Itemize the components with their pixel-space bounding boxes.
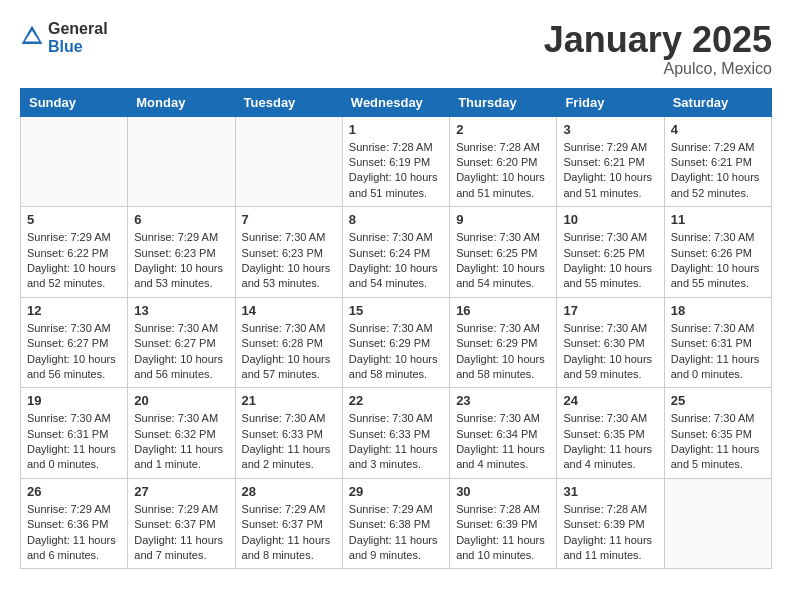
- calendar-cell: 3Sunrise: 7:29 AMSunset: 6:21 PMDaylight…: [557, 116, 664, 207]
- logo-general-text: General: [48, 20, 108, 38]
- day-number: 24: [563, 393, 657, 408]
- day-number: 17: [563, 303, 657, 318]
- day-number: 11: [671, 212, 765, 227]
- day-info: Sunrise: 7:30 AMSunset: 6:34 PMDaylight:…: [456, 411, 550, 473]
- header-thursday: Thursday: [450, 88, 557, 116]
- header-saturday: Saturday: [664, 88, 771, 116]
- calendar-cell: 5Sunrise: 7:29 AMSunset: 6:22 PMDaylight…: [21, 207, 128, 298]
- week-row-1: 1Sunrise: 7:28 AMSunset: 6:19 PMDaylight…: [21, 116, 772, 207]
- calendar-cell: 19Sunrise: 7:30 AMSunset: 6:31 PMDayligh…: [21, 388, 128, 479]
- day-number: 14: [242, 303, 336, 318]
- calendar-cell: 12Sunrise: 7:30 AMSunset: 6:27 PMDayligh…: [21, 297, 128, 388]
- day-number: 30: [456, 484, 550, 499]
- day-info: Sunrise: 7:28 AMSunset: 6:20 PMDaylight:…: [456, 140, 550, 202]
- calendar-cell: 21Sunrise: 7:30 AMSunset: 6:33 PMDayligh…: [235, 388, 342, 479]
- day-info: Sunrise: 7:29 AMSunset: 6:36 PMDaylight:…: [27, 502, 121, 564]
- day-info: Sunrise: 7:30 AMSunset: 6:32 PMDaylight:…: [134, 411, 228, 473]
- calendar-cell: 27Sunrise: 7:29 AMSunset: 6:37 PMDayligh…: [128, 478, 235, 569]
- calendar-cell: 4Sunrise: 7:29 AMSunset: 6:21 PMDaylight…: [664, 116, 771, 207]
- day-info: Sunrise: 7:30 AMSunset: 6:33 PMDaylight:…: [242, 411, 336, 473]
- week-row-2: 5Sunrise: 7:29 AMSunset: 6:22 PMDaylight…: [21, 207, 772, 298]
- day-info: Sunrise: 7:30 AMSunset: 6:28 PMDaylight:…: [242, 321, 336, 383]
- day-info: Sunrise: 7:28 AMSunset: 6:39 PMDaylight:…: [563, 502, 657, 564]
- day-number: 18: [671, 303, 765, 318]
- day-number: 28: [242, 484, 336, 499]
- day-info: Sunrise: 7:29 AMSunset: 6:23 PMDaylight:…: [134, 230, 228, 292]
- calendar-cell: 31Sunrise: 7:28 AMSunset: 6:39 PMDayligh…: [557, 478, 664, 569]
- day-number: 31: [563, 484, 657, 499]
- day-info: Sunrise: 7:28 AMSunset: 6:19 PMDaylight:…: [349, 140, 443, 202]
- day-number: 25: [671, 393, 765, 408]
- day-number: 13: [134, 303, 228, 318]
- logo: General Blue: [20, 20, 108, 55]
- day-info: Sunrise: 7:30 AMSunset: 6:27 PMDaylight:…: [134, 321, 228, 383]
- day-number: 4: [671, 122, 765, 137]
- day-info: Sunrise: 7:30 AMSunset: 6:35 PMDaylight:…: [671, 411, 765, 473]
- day-info: Sunrise: 7:29 AMSunset: 6:38 PMDaylight:…: [349, 502, 443, 564]
- calendar-cell: 7Sunrise: 7:30 AMSunset: 6:23 PMDaylight…: [235, 207, 342, 298]
- calendar-cell: 13Sunrise: 7:30 AMSunset: 6:27 PMDayligh…: [128, 297, 235, 388]
- header-sunday: Sunday: [21, 88, 128, 116]
- calendar-cell: [128, 116, 235, 207]
- day-info: Sunrise: 7:30 AMSunset: 6:33 PMDaylight:…: [349, 411, 443, 473]
- calendar-cell: 2Sunrise: 7:28 AMSunset: 6:20 PMDaylight…: [450, 116, 557, 207]
- day-info: Sunrise: 7:29 AMSunset: 6:37 PMDaylight:…: [134, 502, 228, 564]
- calendar-cell: [664, 478, 771, 569]
- calendar-title: January 2025: [544, 20, 772, 60]
- day-number: 20: [134, 393, 228, 408]
- header-wednesday: Wednesday: [342, 88, 449, 116]
- calendar-cell: 28Sunrise: 7:29 AMSunset: 6:37 PMDayligh…: [235, 478, 342, 569]
- day-info: Sunrise: 7:30 AMSunset: 6:24 PMDaylight:…: [349, 230, 443, 292]
- week-row-4: 19Sunrise: 7:30 AMSunset: 6:31 PMDayligh…: [21, 388, 772, 479]
- logo-icon: [20, 24, 44, 48]
- calendar-cell: 11Sunrise: 7:30 AMSunset: 6:26 PMDayligh…: [664, 207, 771, 298]
- day-number: 22: [349, 393, 443, 408]
- day-number: 6: [134, 212, 228, 227]
- calendar-cell: 15Sunrise: 7:30 AMSunset: 6:29 PMDayligh…: [342, 297, 449, 388]
- day-number: 10: [563, 212, 657, 227]
- logo-blue-text: Blue: [48, 38, 108, 56]
- calendar-table: SundayMondayTuesdayWednesdayThursdayFrid…: [20, 88, 772, 570]
- day-number: 19: [27, 393, 121, 408]
- calendar-subtitle: Apulco, Mexico: [544, 60, 772, 78]
- day-info: Sunrise: 7:30 AMSunset: 6:27 PMDaylight:…: [27, 321, 121, 383]
- day-number: 5: [27, 212, 121, 227]
- week-row-3: 12Sunrise: 7:30 AMSunset: 6:27 PMDayligh…: [21, 297, 772, 388]
- calendar-cell: 22Sunrise: 7:30 AMSunset: 6:33 PMDayligh…: [342, 388, 449, 479]
- day-number: 21: [242, 393, 336, 408]
- week-row-5: 26Sunrise: 7:29 AMSunset: 6:36 PMDayligh…: [21, 478, 772, 569]
- day-info: Sunrise: 7:30 AMSunset: 6:29 PMDaylight:…: [456, 321, 550, 383]
- day-info: Sunrise: 7:30 AMSunset: 6:35 PMDaylight:…: [563, 411, 657, 473]
- page-header: General Blue January 2025 Apulco, Mexico: [20, 20, 772, 78]
- day-number: 8: [349, 212, 443, 227]
- day-number: 15: [349, 303, 443, 318]
- day-info: Sunrise: 7:30 AMSunset: 6:31 PMDaylight:…: [671, 321, 765, 383]
- calendar-cell: 1Sunrise: 7:28 AMSunset: 6:19 PMDaylight…: [342, 116, 449, 207]
- day-number: 1: [349, 122, 443, 137]
- day-info: Sunrise: 7:30 AMSunset: 6:23 PMDaylight:…: [242, 230, 336, 292]
- day-number: 7: [242, 212, 336, 227]
- calendar-cell: 20Sunrise: 7:30 AMSunset: 6:32 PMDayligh…: [128, 388, 235, 479]
- calendar-cell: 17Sunrise: 7:30 AMSunset: 6:30 PMDayligh…: [557, 297, 664, 388]
- day-info: Sunrise: 7:30 AMSunset: 6:25 PMDaylight:…: [563, 230, 657, 292]
- day-info: Sunrise: 7:30 AMSunset: 6:30 PMDaylight:…: [563, 321, 657, 383]
- header-friday: Friday: [557, 88, 664, 116]
- day-info: Sunrise: 7:29 AMSunset: 6:22 PMDaylight:…: [27, 230, 121, 292]
- day-info: Sunrise: 7:30 AMSunset: 6:29 PMDaylight:…: [349, 321, 443, 383]
- calendar-cell: 8Sunrise: 7:30 AMSunset: 6:24 PMDaylight…: [342, 207, 449, 298]
- day-info: Sunrise: 7:29 AMSunset: 6:21 PMDaylight:…: [671, 140, 765, 202]
- calendar-cell: 14Sunrise: 7:30 AMSunset: 6:28 PMDayligh…: [235, 297, 342, 388]
- calendar-header-row: SundayMondayTuesdayWednesdayThursdayFrid…: [21, 88, 772, 116]
- calendar-cell: 25Sunrise: 7:30 AMSunset: 6:35 PMDayligh…: [664, 388, 771, 479]
- header-monday: Monday: [128, 88, 235, 116]
- calendar-cell: 23Sunrise: 7:30 AMSunset: 6:34 PMDayligh…: [450, 388, 557, 479]
- calendar-cell: 6Sunrise: 7:29 AMSunset: 6:23 PMDaylight…: [128, 207, 235, 298]
- day-info: Sunrise: 7:30 AMSunset: 6:25 PMDaylight:…: [456, 230, 550, 292]
- day-info: Sunrise: 7:29 AMSunset: 6:37 PMDaylight:…: [242, 502, 336, 564]
- day-number: 9: [456, 212, 550, 227]
- day-info: Sunrise: 7:30 AMSunset: 6:31 PMDaylight:…: [27, 411, 121, 473]
- day-number: 12: [27, 303, 121, 318]
- day-number: 3: [563, 122, 657, 137]
- day-number: 27: [134, 484, 228, 499]
- calendar-cell: 18Sunrise: 7:30 AMSunset: 6:31 PMDayligh…: [664, 297, 771, 388]
